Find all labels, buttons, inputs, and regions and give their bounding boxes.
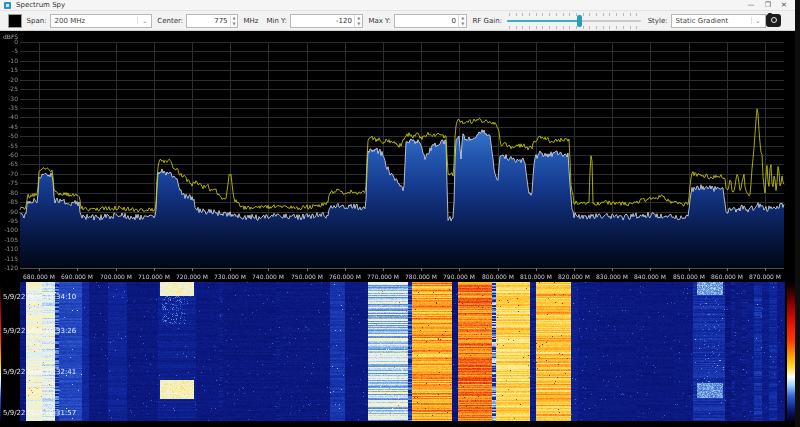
max-y-input[interactable] [395,15,458,27]
rf-gain-slider[interactable] [507,13,641,29]
close-button[interactable]: ✕ [776,0,792,11]
spin-down-button[interactable]: ▼ [231,21,238,27]
max-y-stepper[interactable]: ▲ ▼ [394,14,468,28]
span-select[interactable]: 200 MHz ⌄ [50,14,153,28]
waterfall-display[interactable] [0,282,795,421]
slider-ticks-top [509,13,639,16]
center-frequency-stepper[interactable]: ▲ ▼ [186,14,238,28]
center-label: Center: [157,17,183,25]
slider-ticks-bottom [509,26,639,29]
spectrum-plot[interactable] [0,31,795,281]
display-area [0,31,795,427]
span-value: 200 MHz [51,17,138,25]
spin-down-button[interactable]: ▼ [459,21,466,27]
center-frequency-input[interactable] [187,15,229,27]
minimize-button[interactable]: — [743,0,759,11]
trace-color-swatch[interactable] [8,14,22,28]
min-y-input[interactable] [291,15,354,27]
style-label: Style: [648,17,668,25]
toolbar: Span: 200 MHz ⌄ Center: ▲ ▼ MHz Min Y: ▲… [0,11,795,31]
restore-button[interactable]: ❐ [760,0,776,11]
window-title: Spectrum Spy [16,1,65,10]
title-bar: Spectrum Spy — ❐ ✕ [0,0,795,11]
max-y-label: Max Y: [368,17,390,25]
style-value: Static Gradient [672,17,751,25]
min-y-label: Min Y: [266,17,286,25]
center-unit-label: MHz [243,17,258,25]
chevron-down-icon: ⌄ [137,17,151,24]
rf-gain-label: RF Gain: [472,17,502,25]
chevron-down-icon: ⌄ [751,17,765,24]
rf-gain-slider-fill [507,20,579,22]
style-select[interactable]: Static Gradient ⌄ [671,14,766,28]
app-window: Spectrum Spy — ❐ ✕ Span: 200 MHz ⌄ Cente… [0,0,795,427]
camera-button[interactable] [766,14,781,27]
spin-down-button[interactable]: ▼ [355,21,362,27]
span-label: Span: [27,17,47,25]
app-icon [4,2,11,9]
min-y-stepper[interactable]: ▲ ▼ [290,14,364,28]
